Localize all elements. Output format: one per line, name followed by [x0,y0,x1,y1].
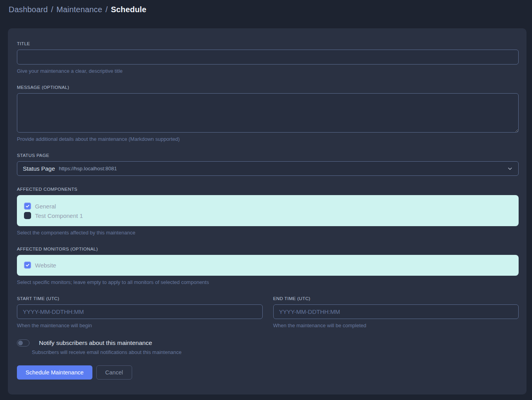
title-field-group: TITLE Give your maintenance a clear, des… [17,41,519,74]
breadcrumb: Dashboard / Maintenance / Schedule [9,5,146,14]
checkbox-test-component-1[interactable] [24,212,31,219]
notify-subscribers-label: Notify subscribers about this maintenanc… [39,339,152,347]
start-time-label: START TIME (UTC) [17,296,263,301]
notify-toggle-group: Notify subscribers about this maintenanc… [17,339,519,355]
message-field-group: MESSAGE (OPTIONAL) Provide additional de… [17,85,519,142]
monitor-option-website[interactable]: Website [24,260,513,270]
end-time-helper: When the maintenance will be completed [273,323,519,328]
chevron-down-icon [507,166,513,171]
checkbox-website[interactable] [24,262,31,269]
status-page-select[interactable]: Status Page https://hsp.localhost:8081 [17,161,519,176]
message-label: MESSAGE (OPTIONAL) [17,85,519,90]
status-page-field-group: STATUS PAGE Status Page https://hsp.loca… [17,153,519,176]
schedule-maintenance-button[interactable]: Schedule Maintenance [17,365,92,380]
message-textarea[interactable] [17,93,519,133]
checkbox-general[interactable] [24,203,31,210]
checkbox-label-website: Website [35,262,56,269]
start-time-helper: When the maintenance will begin [17,323,263,328]
end-time-label: END TIME (UTC) [273,296,519,301]
cancel-button[interactable]: Cancel [96,365,132,380]
start-time-field-group: START TIME (UTC) When the maintenance wi… [17,296,263,328]
checkbox-label-test-component-1: Test Component 1 [35,212,83,219]
breadcrumb-current-schedule: Schedule [111,5,147,14]
end-time-field-group: END TIME (UTC) When the maintenance will… [273,296,519,328]
toggle-knob [18,341,23,345]
status-page-selected-url: https://hsp.localhost:8081 [59,166,117,171]
breadcrumb-dashboard[interactable]: Dashboard [9,5,48,14]
form-actions: Schedule Maintenance Cancel [17,365,519,380]
title-label: TITLE [17,41,519,46]
schedule-maintenance-form-card: TITLE Give your maintenance a clear, des… [8,28,526,394]
affected-monitors-helper: Select specific monitors; leave empty to… [17,279,519,285]
affected-components-panel: General Test Component 1 [17,195,519,226]
status-page-selected-name: Status Page [23,165,55,172]
checkbox-label-general: General [35,203,56,210]
notify-subscribers-helper: Subscribers will receive email notificat… [32,349,519,355]
breadcrumb-separator: / [105,5,108,14]
affected-components-field-group: AFFECTED COMPONENTS General Test Compone… [17,187,519,236]
affected-monitors-field-group: AFFECTED MONITORS (OPTIONAL) Website Sel… [17,247,519,285]
component-option-general[interactable]: General [24,201,513,211]
affected-monitors-panel: Website [17,255,519,276]
top-bar: Dashboard / Maintenance / Schedule [0,0,532,19]
time-fields-row: START TIME (UTC) When the maintenance wi… [17,296,519,328]
checkmark-icon [25,204,30,208]
affected-components-helper: Select the components affected by this m… [17,230,519,236]
component-option-test-component-1[interactable]: Test Component 1 [24,211,513,220]
title-input[interactable] [17,50,519,65]
breadcrumb-maintenance[interactable]: Maintenance [56,5,102,14]
start-time-input[interactable] [17,304,263,319]
message-helper: Provide additional details about the mai… [17,136,519,142]
notify-subscribers-toggle[interactable] [17,339,29,347]
affected-monitors-label: AFFECTED MONITORS (OPTIONAL) [17,247,519,251]
end-time-input[interactable] [273,304,519,319]
affected-components-label: AFFECTED COMPONENTS [17,187,519,192]
status-page-label: STATUS PAGE [17,153,519,158]
title-helper: Give your maintenance a clear, descripti… [17,68,519,74]
checkmark-icon [25,263,30,267]
breadcrumb-separator: / [51,5,53,14]
